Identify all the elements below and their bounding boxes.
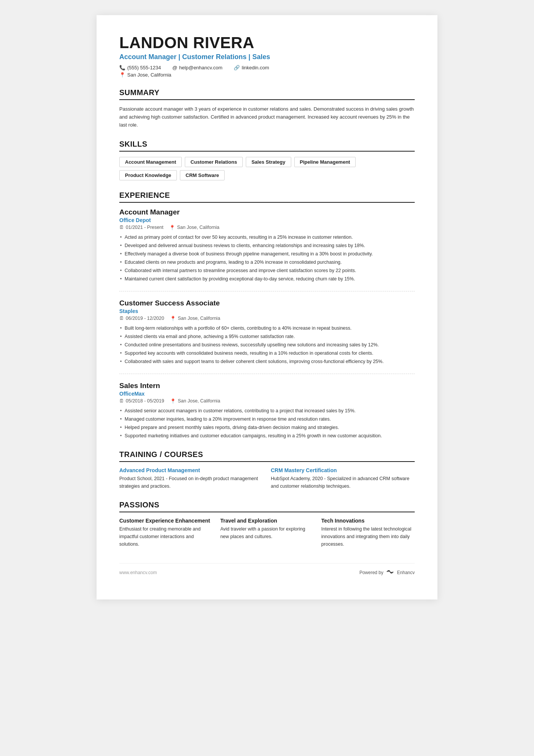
brand-name: Enhancv [397, 570, 415, 575]
location-icon: 📍 [119, 72, 125, 78]
header: LANDON RIVERA Account Manager | Customer… [119, 34, 415, 78]
experience-title: EXPERIENCE [119, 191, 415, 203]
list-item: Effectively managed a diverse book of bu… [119, 250, 415, 258]
passions-title: PASSIONS [119, 501, 415, 512]
skill-badge: Customer Relations [185, 157, 243, 167]
location-contact: 📍 San Jose, California [119, 72, 415, 78]
training-item-description: HubSpot Academy, 2020 - Specialized in a… [271, 475, 415, 490]
skill-badge: Sales Strategy [246, 157, 291, 167]
phone-icon: 📞 [119, 65, 125, 70]
job-title: Customer Success Associate [119, 299, 415, 307]
job-meta: 🗓 05/2018 - 05/2019📍 San Jose, Californi… [119, 398, 415, 404]
skills-container: Account ManagementCustomer RelationsSale… [119, 157, 415, 180]
contact-row: 📞 (555) 555-1234 @ help@enhancv.com 🔗 li… [119, 65, 415, 70]
training-section: TRAINING / COURSES Advanced Product Mana… [119, 450, 415, 490]
company-name: OfficeMax [119, 391, 415, 397]
passion-item: Travel and ExplorationAvid traveler with… [220, 518, 314, 548]
job-dates: 🗓 06/2019 - 12/2020 [119, 316, 164, 321]
list-item: Educated clients on new products and pro… [119, 258, 415, 266]
list-item: Helped prepare and present monthly sales… [119, 424, 415, 431]
experience-entry: Sales InternOfficeMax🗓 05/2018 - 05/2019… [119, 382, 415, 440]
candidate-name: LANDON RIVERA [119, 34, 415, 52]
company-name: Staples [119, 308, 415, 314]
summary-section: SUMMARY Passionate account manager with … [119, 88, 415, 129]
training-grid: Advanced Product ManagementProduct Schoo… [119, 467, 415, 490]
training-item-title: CRM Mastery Certification [271, 467, 415, 473]
passion-title: Tech Innovations [321, 518, 415, 524]
footer-website: www.enhancv.com [119, 570, 157, 575]
experience-section: EXPERIENCE Account ManagerOffice Depot🗓 … [119, 191, 415, 440]
calendar-icon: 🗓 [119, 398, 124, 404]
passion-item: Tech InnovationsInterest in following th… [321, 518, 415, 548]
job-meta: 🗓 06/2019 - 12/2020📍 San Jose, Californi… [119, 316, 415, 321]
job-meta: 🗓 01/2021 - Present📍 San Jose, Californi… [119, 225, 415, 230]
list-item: Collaborated with internal partners to s… [119, 267, 415, 274]
training-item-description: Product School, 2021 - Focused on in-dep… [119, 475, 263, 490]
training-item: Advanced Product ManagementProduct Schoo… [119, 467, 263, 490]
passions-section: PASSIONS Customer Experience Enhancement… [119, 501, 415, 548]
linkedin-contact: 🔗 linkedin.com [234, 65, 269, 70]
list-item: Assisted senior account managers in cust… [119, 407, 415, 415]
skill-badge: Pipeline Management [294, 157, 356, 167]
list-item: Maintained current client satisfaction b… [119, 275, 415, 283]
job-dates: 🗓 01/2021 - Present [119, 225, 163, 230]
list-item: Acted as primary point of contact for ov… [119, 233, 415, 241]
enhancv-icon [386, 569, 395, 577]
skill-badge: CRM Software [180, 170, 225, 180]
map-pin-icon: 📍 [169, 225, 175, 230]
passion-item: Customer Experience EnhancementEnthusias… [119, 518, 213, 548]
job-bullets: Built long-term relationships with a por… [119, 324, 415, 365]
passion-description: Interest in following the latest technol… [321, 525, 415, 548]
job-dates: 🗓 05/2018 - 05/2019 [119, 398, 164, 404]
list-item: Assisted clients via email and phone, ac… [119, 333, 415, 340]
passion-title: Travel and Exploration [220, 518, 314, 524]
passion-title: Customer Experience Enhancement [119, 518, 213, 524]
experience-list: Account ManagerOffice Depot🗓 01/2021 - P… [119, 208, 415, 440]
skill-badge: Product Knowledge [119, 170, 177, 180]
job-location: 📍 San Jose, California [170, 398, 220, 404]
training-item-title: Advanced Product Management [119, 467, 263, 473]
training-item: CRM Mastery CertificationHubSpot Academy… [271, 467, 415, 490]
email-contact: @ help@enhancv.com [172, 65, 222, 70]
passion-description: Avid traveler with a passion for explori… [220, 525, 314, 540]
list-item: Developed and delivered annual business … [119, 242, 415, 249]
skills-title: SKILLS [119, 140, 415, 152]
job-bullets: Acted as primary point of contact for ov… [119, 233, 415, 283]
list-item: Conducted online presentations and busin… [119, 341, 415, 349]
list-item: Supported marketing initiatives and cust… [119, 432, 415, 440]
skill-badge: Account Management [119, 157, 182, 167]
job-bullets: Assisted senior account managers in cust… [119, 407, 415, 440]
list-item: Supported key accounts with consolidated… [119, 349, 415, 357]
list-item: Collaborated with sales and support team… [119, 358, 415, 365]
summary-title: SUMMARY [119, 88, 415, 100]
passions-grid: Customer Experience EnhancementEnthusias… [119, 518, 415, 548]
calendar-icon: 🗓 [119, 316, 124, 321]
list-item: Managed customer inquiries, leading to a… [119, 415, 415, 423]
job-location: 📍 San Jose, California [170, 316, 220, 321]
job-title: Account Manager [119, 208, 415, 216]
job-location: 📍 San Jose, California [169, 225, 219, 230]
list-item: Built long-term relationships with a por… [119, 324, 415, 332]
linkedin-icon: 🔗 [234, 65, 240, 70]
phone-contact: 📞 (555) 555-1234 [119, 65, 161, 70]
powered-by: Powered by Enhancv [359, 569, 415, 577]
experience-entry: Account ManagerOffice Depot🗓 01/2021 - P… [119, 208, 415, 291]
job-title: Sales Intern [119, 382, 415, 390]
map-pin-icon: 📍 [170, 316, 176, 321]
email-icon: @ [172, 65, 177, 70]
company-name: Office Depot [119, 217, 415, 223]
candidate-title: Account Manager | Customer Relations | S… [119, 53, 415, 61]
map-pin-icon: 📍 [170, 398, 176, 404]
training-title: TRAINING / COURSES [119, 450, 415, 462]
summary-text: Passionate account manager with 3 years … [119, 105, 415, 129]
resume-container: LANDON RIVERA Account Manager | Customer… [97, 15, 437, 599]
experience-entry: Customer Success AssociateStaples🗓 06/20… [119, 299, 415, 374]
skills-section: SKILLS Account ManagementCustomer Relati… [119, 140, 415, 180]
footer: www.enhancv.com Powered by Enhancv [119, 563, 415, 577]
passion-description: Enthusiast for creating memorable and im… [119, 525, 213, 548]
calendar-icon: 🗓 [119, 225, 124, 230]
